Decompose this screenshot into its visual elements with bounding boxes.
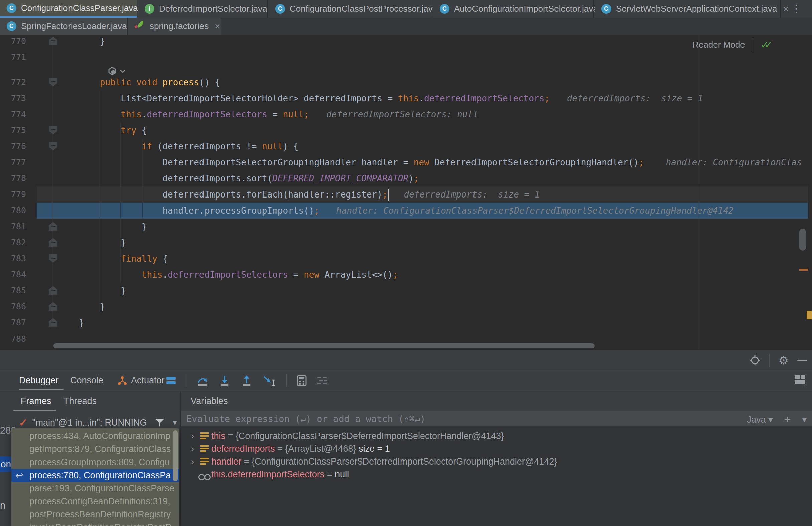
gear-icon[interactable]: ⚙ (779, 353, 788, 367)
tab-autoconfigurationimportselector[interactable]: C AutoConfigurationImportSelector.java × (433, 0, 594, 18)
hide-panel-icon[interactable] (797, 360, 807, 361)
editor-tab-bar-2: C SpringFactoriesLoader.java × * spring.… (0, 18, 812, 35)
variable-row[interactable]: › this = {ConfigurationClassParser$Defer… (181, 430, 812, 442)
code-line[interactable]: 786 } (0, 299, 812, 315)
variable-row[interactable]: › deferredImports = {ArrayList@4468} siz… (181, 442, 812, 455)
more-tabs-icon[interactable]: ⋮ (791, 3, 801, 14)
value-icon (201, 458, 208, 465)
divider (286, 374, 287, 387)
frame-item[interactable]: process:434, AutoConfigurationImp (11, 430, 179, 443)
frame-item[interactable]: processConfigBeanDefinitions:319, (11, 495, 179, 508)
execution-bars-icon[interactable] (166, 375, 176, 386)
scrollbar-warning-marker (807, 311, 812, 320)
tab-label: ConfigurationClassPostProcessor.java (290, 4, 437, 14)
value-icon (201, 445, 208, 452)
expand-icon[interactable]: › (191, 430, 194, 442)
thread-status-icon: ✓ (19, 417, 28, 429)
code-line[interactable]: 787} (0, 315, 812, 331)
ide-window: C ConfigurationClassParser.java × I Defe… (0, 0, 812, 526)
frames-dropdown: process:434, AutoConfigurationImp getImp… (11, 428, 179, 526)
variable-row[interactable]: › handler = {ConfigurationClassParser$De… (181, 455, 812, 468)
current-frame-icon: ↩ (15, 469, 23, 482)
divider (186, 374, 187, 387)
thread-status-text: "main"@1 in...in": RUNNING (32, 418, 147, 428)
tab-spring-factories[interactable]: * spring.factories × (128, 18, 221, 35)
tab-configurationclassparser[interactable]: C ConfigurationClassParser.java × (0, 0, 137, 18)
code-line[interactable]: 774 this.deferredImportSelectors = null;… (0, 106, 812, 122)
step-over-icon[interactable] (197, 375, 208, 386)
tab-console[interactable]: Console (70, 370, 103, 391)
frame-item-selected[interactable]: ↩ process:780, ConfigurationClassPa (11, 469, 179, 482)
expand-icon[interactable]: › (191, 455, 194, 468)
watch-row[interactable]: this.deferredImportSelectors = null (181, 468, 812, 481)
run-to-cursor-icon[interactable] (263, 375, 276, 386)
chevron-down-icon[interactable]: ▾ (802, 414, 807, 425)
tab-actuator[interactable]: Actuator (118, 370, 165, 391)
step-out-icon[interactable] (241, 375, 252, 386)
interface-icon: I (145, 4, 154, 14)
inspections-ok-icon[interactable]: ✓✓ (760, 39, 772, 51)
code-line[interactable]: 777 DeferredImportSelectorGroupingHandle… (0, 155, 812, 171)
horizontal-scrollbar[interactable] (54, 343, 595, 348)
expand-icon[interactable]: › (191, 442, 194, 455)
chevron-down-icon[interactable]: ▾ (173, 418, 177, 427)
variables-panel: › this = {ConfigurationClassParser$Defer… (181, 411, 812, 526)
tab-configurationclasspostprocessor[interactable]: C ConfigurationClassPostProcessor.java × (269, 0, 432, 18)
vertical-scrollbar[interactable] (799, 229, 806, 251)
tab-label: SpringFactoriesLoader.java (21, 21, 127, 31)
filter-funnel-icon[interactable] (155, 418, 164, 427)
frame-item[interactable]: parse:193, ConfigurationClassParse (11, 482, 179, 495)
tab-deferredimportselector[interactable]: I DeferredImportSelector.java × (138, 0, 268, 18)
evaluate-placeholder: Evaluate expression (↵) or add a watch (… (187, 414, 425, 424)
language-selector[interactable]: Java ▾ (746, 414, 772, 425)
tab-debugger[interactable]: Debugger (19, 370, 59, 391)
code-line[interactable]: 772 public void process() { (0, 74, 812, 90)
close-icon[interactable]: × (215, 21, 220, 32)
class-icon: C (7, 3, 16, 13)
code-line[interactable]: 773 List<DeferredImportSelectorHolder> d… (0, 90, 812, 106)
tab-label: DeferredImportSelector.java (159, 4, 267, 14)
layout-settings-icon[interactable] (795, 375, 807, 385)
frame-item[interactable]: processGroupImports:809, Configu (11, 456, 179, 469)
changed-lines-marker (799, 269, 808, 271)
tab-label: spring.factories (150, 21, 208, 31)
frame-item[interactable]: invokeBeanDefinitionRegistryPostP (11, 521, 179, 526)
tab-threads[interactable]: Threads (63, 391, 97, 411)
code-line[interactable]: 771 (0, 49, 812, 65)
tab-servletwebserverapplicationcontext[interactable]: C ServletWebServerApplicationContext.jav… (595, 0, 781, 18)
frame-item[interactable]: getImports:879, ConfigurationClass (11, 443, 179, 456)
step-into-icon[interactable] (219, 375, 231, 386)
tab-label: ConfigurationClassParser.java (21, 3, 138, 13)
code-line[interactable]: 782 } (0, 235, 812, 251)
code-line[interactable]: 770 } (0, 35, 812, 49)
code-line[interactable]: 775 try { (0, 122, 812, 138)
reader-mode-label[interactable]: Reader Mode (692, 40, 745, 50)
actuator-icon (118, 376, 127, 385)
target-session-icon[interactable] (749, 354, 760, 366)
close-icon[interactable]: × (783, 4, 788, 14)
code-line[interactable]: 780 handler.processGroupImports();handle… (0, 203, 812, 219)
dropdown-scrollbar[interactable] (173, 430, 178, 481)
tab-springfactoriesloader[interactable]: C SpringFactoriesLoader.java × (0, 18, 128, 35)
tab-label: ServletWebServerApplicationContext.java (616, 4, 777, 14)
code-line[interactable]: 778 deferredImports.sort(DEFERRED_IMPORT… (0, 171, 812, 187)
debug-subtabs-row: Frames Threads Variables (0, 391, 812, 411)
code-editor[interactable]: 770 } 771 772 public void process() { 77… (0, 35, 812, 350)
variables-label: Variables (191, 391, 228, 411)
occluded-text-fragment: n (0, 500, 5, 511)
code-line[interactable]: 779 deferredImports.forEach(handler::reg… (0, 187, 812, 203)
code-line[interactable]: 784 this.deferredImportSelectors = new A… (0, 267, 812, 283)
class-icon: C (275, 4, 285, 14)
evaluate-expression-icon[interactable] (297, 375, 307, 386)
class-icon: C (601, 4, 611, 14)
code-line[interactable]: 781 } (0, 219, 812, 235)
code-line[interactable]: 785 } (0, 283, 812, 299)
stream-trace-icon[interactable] (317, 376, 328, 386)
code-line[interactable]: 776 if (deferredImports != null) { (0, 138, 812, 155)
code-line[interactable]: 783 finally { (0, 251, 812, 267)
evaluate-expression-input[interactable]: Evaluate expression (↵) or add a watch (… (181, 411, 812, 426)
add-watch-icon[interactable]: + (784, 413, 791, 426)
class-icon: C (7, 21, 16, 31)
tab-frames[interactable]: Frames (21, 391, 52, 411)
frame-item[interactable]: postProcessBeanDefinitionRegistry (11, 508, 179, 521)
